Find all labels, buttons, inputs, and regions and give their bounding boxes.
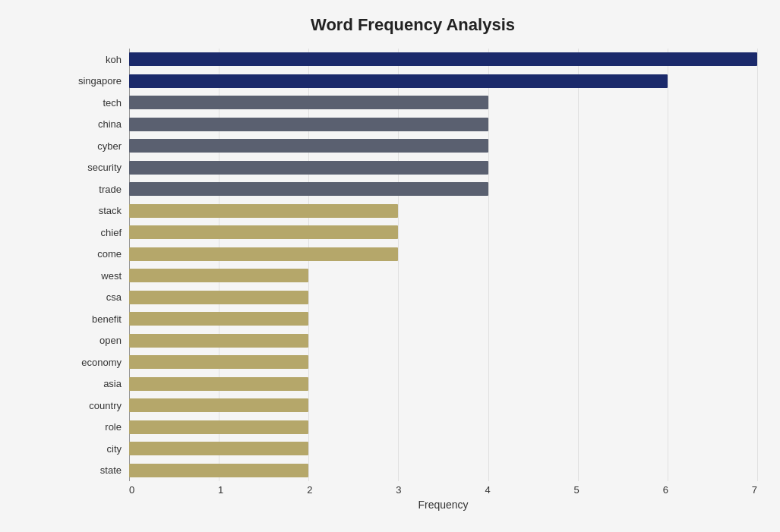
bar-cyber bbox=[129, 139, 488, 153]
x-tick-label: 3 bbox=[396, 484, 401, 496]
bar-row bbox=[129, 462, 757, 479]
x-tick-label: 7 bbox=[752, 484, 757, 496]
x-tick-label: 0 bbox=[129, 484, 134, 496]
bar-row bbox=[129, 224, 757, 241]
bar-tech bbox=[129, 96, 488, 109]
y-label-west: west bbox=[68, 267, 122, 284]
bar-trade bbox=[129, 182, 488, 196]
y-label-cyber: cyber bbox=[68, 137, 122, 154]
bar-row bbox=[129, 51, 757, 68]
chart-container: Word Frequency Analysis kohsingaporetech… bbox=[0, 0, 780, 532]
bar-row bbox=[129, 94, 757, 111]
x-tick-label: 5 bbox=[574, 484, 579, 496]
y-label-country: country bbox=[68, 397, 122, 414]
bar-asia bbox=[129, 377, 308, 391]
bar-china bbox=[129, 118, 488, 131]
bar-row bbox=[129, 310, 757, 327]
bar-row bbox=[129, 332, 757, 349]
x-axis-title: Frequency bbox=[129, 499, 757, 511]
y-label-role: role bbox=[68, 419, 122, 436]
y-label-benefit: benefit bbox=[68, 310, 122, 327]
bar-country bbox=[129, 398, 308, 412]
x-tick-label: 2 bbox=[307, 484, 312, 496]
bar-benefit bbox=[129, 312, 308, 326]
bar-role bbox=[129, 420, 308, 434]
x-tick-label: 4 bbox=[485, 484, 490, 496]
bar-row bbox=[129, 440, 757, 457]
bar-row bbox=[129, 137, 757, 154]
y-label-chief: chief bbox=[68, 224, 122, 241]
bar-csa bbox=[129, 291, 308, 304]
bar-state bbox=[129, 464, 308, 477]
bars-area bbox=[129, 49, 757, 481]
bar-row bbox=[129, 246, 757, 263]
chart-title: Word Frequency Analysis bbox=[68, 15, 757, 35]
y-label-china: china bbox=[68, 116, 122, 133]
bar-row bbox=[129, 354, 757, 370]
bar-row bbox=[129, 267, 757, 284]
bar-row bbox=[129, 116, 757, 133]
y-label-state: state bbox=[68, 462, 122, 479]
y-label-asia: asia bbox=[68, 376, 122, 392]
y-label-economy: economy bbox=[68, 354, 122, 370]
y-label-stack: stack bbox=[68, 203, 122, 219]
x-axis: 01234567 Frequency bbox=[129, 481, 757, 511]
y-label-singapore: singapore bbox=[68, 73, 122, 90]
bar-row bbox=[129, 397, 757, 414]
bar-row bbox=[129, 289, 757, 306]
bar-economy bbox=[129, 355, 308, 369]
y-label-csa: csa bbox=[68, 289, 122, 306]
bar-row bbox=[129, 203, 757, 219]
bar-chief bbox=[129, 225, 398, 239]
bar-city bbox=[129, 442, 308, 455]
bar-security bbox=[129, 161, 488, 175]
bar-row bbox=[129, 159, 757, 176]
y-label-come: come bbox=[68, 246, 122, 263]
x-tick-label: 6 bbox=[663, 484, 668, 496]
y-axis-labels: kohsingaporetechchinacybersecuritytrades… bbox=[68, 49, 129, 481]
bar-open bbox=[129, 334, 308, 348]
bar-singapore bbox=[129, 74, 668, 88]
y-label-city: city bbox=[68, 440, 122, 457]
x-tick-label: 1 bbox=[218, 484, 223, 496]
grid-line bbox=[757, 49, 758, 481]
bar-stack bbox=[129, 204, 398, 218]
y-label-koh: koh bbox=[68, 51, 122, 68]
bar-west bbox=[129, 269, 308, 282]
y-label-trade: trade bbox=[68, 181, 122, 197]
bar-row bbox=[129, 181, 757, 197]
y-label-open: open bbox=[68, 332, 122, 349]
bar-come bbox=[129, 247, 398, 261]
bar-koh bbox=[129, 52, 757, 66]
bar-row bbox=[129, 73, 757, 90]
bar-row bbox=[129, 376, 757, 392]
y-label-tech: tech bbox=[68, 94, 122, 111]
bar-row bbox=[129, 419, 757, 436]
y-label-security: security bbox=[68, 159, 122, 176]
